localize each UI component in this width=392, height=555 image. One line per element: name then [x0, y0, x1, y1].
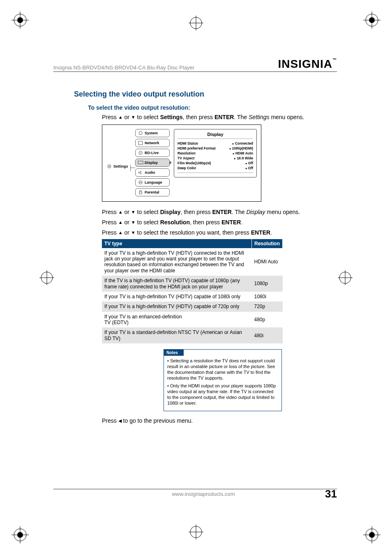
page-content: Insignia NS-BRDVD4/NS-BRDVD4-CA Blu-Ray …: [53, 58, 337, 497]
crop-mark-icon: [363, 526, 380, 543]
osd-screenshot: Settings System Network BD-Live Display …: [102, 124, 261, 202]
left-arrow-icon: ◀: [118, 418, 122, 423]
resolution-table: TV type Resolution If your TV is a high-…: [102, 239, 283, 344]
osd-menu-label: Network: [145, 141, 159, 145]
step-4: Press ▲ or ▼ to select the resolution yo…: [102, 229, 337, 237]
svg-point-29: [109, 166, 110, 167]
footer-url: www.insigniaproducts.com: [172, 491, 235, 497]
table-cell-res: HDMI Auto: [252, 248, 283, 276]
step-3: Press ▲ or ▼ to select Resolution, then …: [102, 219, 337, 226]
brand-text: INSIGNIA: [278, 58, 332, 70]
up-arrow-icon: ▲: [118, 210, 123, 214]
table-header-resolution: Resolution: [252, 239, 283, 248]
osd-root-label: Settings: [113, 164, 128, 168]
table-cell-tv: If the TV is a high-definition TV (HDTV)…: [102, 276, 252, 292]
up-arrow-icon: ▲: [118, 220, 123, 225]
osd-menu-label: Parental: [145, 190, 159, 194]
osd-menu-item-display: Display: [135, 159, 170, 167]
registration-mark-icon: [39, 270, 54, 285]
step-5: Press ◀ to go to the previous menu.: [102, 417, 337, 425]
display-icon: [138, 160, 143, 165]
osd-menu-item-parental: Parental: [135, 188, 170, 196]
step-2: Press ▲ or ▼ to select Display, then pre…: [102, 208, 337, 216]
product-line: Insignia NS-BRDVD4/NS-BRDVD4-CA Blu-Ray …: [53, 64, 194, 71]
osd-menu-label: Audio: [145, 170, 155, 175]
table-cell-tv: If your TV is a high-definition TV (HDTV…: [102, 302, 252, 311]
osd-detail-panel: Display HDMI StatusConnected HDMI prefer…: [174, 129, 257, 177]
osd-menu-label: BD-Live: [145, 151, 159, 155]
trademark-icon: ™: [332, 58, 337, 62]
table-row: If your TV is a high-definition TV (HDTV…: [102, 292, 283, 302]
svg-rect-37: [139, 192, 142, 194]
down-arrow-icon: ▼: [131, 220, 136, 225]
osd-menu-item-system: System: [135, 129, 170, 137]
osd-setting-row: ResolutionHDMI Auto: [178, 151, 253, 155]
procedure-heading: To select the video output resolution:: [88, 104, 337, 111]
table-cell-res: 1080i: [252, 292, 283, 302]
note-item: Only the HDMI output on your player supp…: [167, 383, 278, 406]
page-number: 31: [325, 488, 337, 500]
down-arrow-icon: ▼: [131, 210, 136, 214]
divider: [178, 173, 253, 173]
table-cell-tv: If your TV is a high-definition TV (HDTV…: [102, 292, 252, 302]
osd-setting-row: Film Mode(1080p24)Off: [178, 161, 253, 165]
crop-mark-icon: [12, 12, 29, 29]
osd-setting-row: HDMI preferred Format1080p(HDMI): [178, 146, 253, 150]
svg-point-33: [140, 152, 141, 153]
network-icon: [138, 140, 143, 145]
table-row: If your TV is a high-definition TV (HDTV…: [102, 302, 283, 311]
down-arrow-icon: ▼: [131, 230, 136, 235]
up-arrow-icon: ▲: [118, 230, 123, 235]
table-cell-tv: If your TV is a high-definition TV (HDTV…: [102, 248, 252, 276]
table-header-tvtype: TV type: [102, 239, 252, 248]
page-header: Insignia NS-BRDVD4/NS-BRDVD4-CA Blu-Ray …: [53, 58, 337, 72]
table-row: If your TV is a standard-definition NTSC…: [102, 327, 283, 343]
notes-body: Selecting a resolution the TV does not s…: [164, 356, 281, 411]
notes-heading: Notes: [164, 350, 184, 356]
table-cell-res: 480p: [252, 312, 283, 328]
svg-rect-31: [138, 141, 143, 145]
table-cell-res: 720p: [252, 302, 283, 311]
section-title: Selecting the video output resolution: [74, 90, 337, 99]
osd-menu-label: System: [145, 131, 158, 135]
gear-icon: [106, 164, 112, 169]
globe-icon: [138, 180, 143, 185]
svg-point-30: [139, 131, 142, 135]
osd-menu-item-audio: Audio: [135, 168, 170, 177]
notes-box: Notes Selecting a resolution the TV does…: [164, 349, 282, 411]
gear-icon: [138, 131, 143, 136]
table-row: If your TV is a high-definition TV (HDTV…: [102, 248, 283, 276]
table-row: If your TV is an enhanced-definition TV …: [102, 312, 283, 328]
registration-mark-icon: [338, 270, 353, 285]
down-arrow-icon: ▼: [131, 115, 136, 120]
step-1: Press ▲ or ▼ to select Settings, then pr…: [102, 113, 337, 121]
osd-menu-item-bdlive: BD-Live: [135, 149, 170, 157]
crop-mark-icon: [12, 526, 29, 543]
svg-rect-34: [138, 161, 143, 164]
disc-icon: [138, 150, 143, 155]
up-arrow-icon: ▲: [118, 115, 123, 120]
osd-menu: System Network BD-Live Display Audio Lan…: [135, 129, 170, 198]
osd-connector-line: [130, 168, 135, 168]
osd-setting-row: TV Aspect16:9 Wide: [178, 156, 253, 160]
osd-root-item: Settings: [106, 164, 128, 169]
table-cell-res: 480i: [252, 327, 283, 343]
audio-icon: [138, 170, 143, 175]
table-row: If the TV is a high-definition TV (HDTV)…: [102, 276, 283, 292]
osd-menu-item-network: Network: [135, 139, 170, 147]
table-cell-tv: If your TV is an enhanced-definition TV …: [102, 312, 252, 328]
osd-setting-row: Deep ColorOff: [178, 166, 253, 170]
brand-logo: INSIGNIA™: [278, 58, 337, 71]
page-footer: www.insigniaproducts.com 31: [53, 489, 337, 497]
lock-icon: [138, 190, 143, 195]
osd-menu-label: Language: [145, 180, 162, 184]
osd-setting-row: HDMI StatusConnected: [178, 141, 253, 145]
registration-mark-icon: [189, 16, 203, 30]
table-cell-res: 1080p: [252, 276, 283, 292]
osd-menu-item-language: Language: [135, 178, 170, 187]
crop-mark-icon: [363, 12, 380, 29]
note-item: Selecting a resolution the TV does not s…: [167, 358, 278, 381]
osd-panel-title: Display: [178, 132, 253, 139]
registration-mark-icon: [189, 525, 203, 539]
table-cell-tv: If your TV is a standard-definition NTSC…: [102, 327, 252, 343]
